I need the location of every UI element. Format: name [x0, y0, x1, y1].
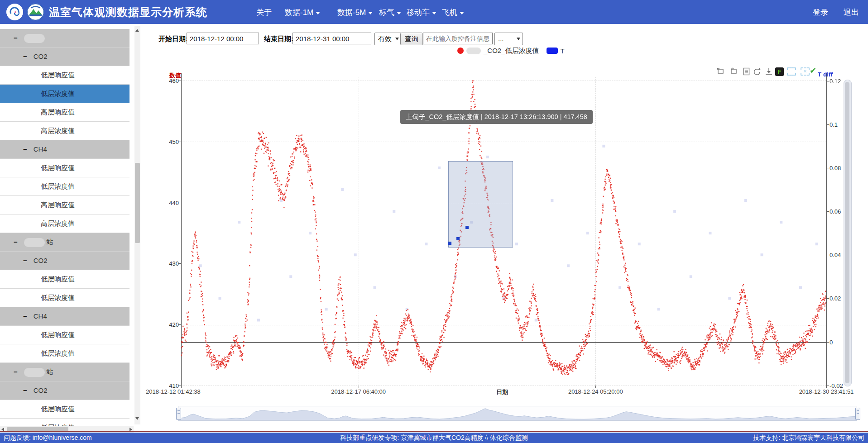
footer-bar: 问题反馈: info@hluniverse.com 科技部重点研发专项: 京津冀…: [0, 433, 868, 443]
brush-selection-rect[interactable]: [448, 161, 513, 248]
chevron-down-icon: [397, 12, 401, 14]
nav-std-gas[interactable]: 标气: [379, 7, 401, 18]
sidebar-item-low-response[interactable]: 低层响应值: [0, 66, 129, 85]
collapse-icon[interactable]: [23, 48, 27, 66]
valid-filter-select[interactable]: 有效: [374, 33, 402, 45]
query-button[interactable]: 查询: [400, 33, 423, 45]
collapse-icon[interactable]: [23, 381, 27, 400]
datazoom-right-handle[interactable]: [855, 408, 860, 420]
cma-logo-icon: [6, 4, 23, 20]
zoom-reset-icon[interactable]: [730, 67, 738, 75]
sidebar-item-high-concentration[interactable]: 高层浓度值: [0, 122, 129, 140]
sidebar-item-low-concentration[interactable]: 低层浓度值: [0, 177, 129, 196]
nav-data-1m[interactable]: 数据-1M: [285, 7, 320, 18]
sidebar-item-low-response[interactable]: 低层响应值: [0, 159, 129, 177]
sidebar-item-high-concentration[interactable]: 高层浓度值: [0, 214, 129, 233]
sidebar-item-co2[interactable]: CO2: [0, 252, 129, 270]
series1-label[interactable]: _CO2_低层浓度值: [484, 47, 539, 55]
collapse-icon[interactable]: [14, 233, 18, 251]
scroll-left-icon[interactable]: [1, 428, 4, 431]
sidebar-item-label: 站: [47, 368, 53, 376]
scroll-up-icon[interactable]: [135, 29, 139, 32]
sidebar-item-low-concentration[interactable]: 低层浓度值: [0, 289, 129, 307]
t-diff-label[interactable]: T diff: [818, 71, 833, 78]
nav-aircraft[interactable]: 飞机: [442, 7, 464, 18]
brush-clear-icon[interactable]: ✕: [801, 67, 810, 76]
sidebar-item-label: CH4: [34, 312, 47, 320]
sidebar-item-station-3[interactable]: 站: [0, 363, 129, 381]
bottom-datazoom-slider[interactable]: [178, 406, 857, 421]
vslider-fill[interactable]: [845, 82, 849, 383]
tick-mark: [826, 342, 829, 343]
data-view-icon[interactable]: [743, 67, 750, 76]
y-axis-left-tick-label: 460: [161, 77, 179, 84]
series2-marker-icon[interactable]: [547, 48, 558, 54]
brush-selected-point[interactable]: [465, 226, 469, 229]
nav-about[interactable]: 关于: [256, 7, 272, 18]
confirm-check-icon[interactable]: ✔: [810, 66, 816, 76]
y-axis-right-tick-label: 0.04: [830, 252, 841, 258]
station-tree-sidebar: CO2 低层响应值 低层浓度值 高层响应值 高层浓度值 CH4 低层响应值 低层…: [0, 24, 129, 426]
sidebar-item-high-response[interactable]: 高层响应值: [0, 103, 129, 122]
collapse-icon[interactable]: [23, 252, 27, 270]
sidebar-item-ch4[interactable]: CH4: [0, 140, 129, 159]
y-axis-right-tick-label: 0.02: [830, 295, 841, 302]
collapse-icon[interactable]: [23, 307, 27, 325]
app-title: 温室气体观测数据显示分析系统: [49, 5, 207, 19]
sidebar-item-low-concentration[interactable]: 低层浓度值: [0, 419, 129, 426]
series1-marker-icon[interactable]: [457, 48, 464, 54]
collapse-icon[interactable]: [23, 140, 27, 158]
sidebar-item-label: CO2: [34, 386, 48, 394]
x-axis-tick-label: 2018-12-17 06:40:00: [322, 388, 395, 395]
brush-selected-point[interactable]: [448, 242, 451, 245]
y-axis-left-tick-label: 440: [161, 200, 179, 206]
collapse-icon[interactable]: [14, 29, 18, 47]
zoom-box-icon[interactable]: [717, 67, 724, 75]
app-root: 温室气体观测数据显示分析系统 关于 数据-1M 数据-5M 标气 移动车 飞机 …: [0, 0, 868, 443]
y-axis-right-tick-label: 0.1: [830, 121, 838, 128]
sidebar-item-ch4[interactable]: CH4: [0, 307, 129, 326]
nav-data-5m[interactable]: 数据-5M: [337, 7, 373, 18]
vertical-datazoom-slider[interactable]: [844, 80, 852, 386]
sidebar-item-low-response[interactable]: 低层响应值: [0, 326, 129, 344]
login-link[interactable]: 登录: [813, 7, 828, 18]
scroll-down-icon[interactable]: [135, 417, 139, 420]
redacted-station-name: [24, 238, 45, 247]
chevron-down-icon: [395, 38, 399, 40]
y-axis-left-tick-label: 420: [161, 321, 179, 328]
footer-support: 技术支持: 北京鸿霖寰宇天科技有限公司: [753, 433, 864, 443]
brush-select-icon[interactable]: [787, 67, 796, 76]
sidebar-item-low-concentration[interactable]: 低层浓度值: [0, 344, 129, 363]
sidebar-item-label: 低层浓度值: [41, 294, 75, 301]
sidebar-scrollbar-thumb[interactable]: [135, 163, 140, 243]
datazoom-left-handle[interactable]: [176, 408, 181, 420]
sidebar-item-low-concentration-selected[interactable]: 低层浓度值: [0, 85, 129, 103]
series2-label[interactable]: T: [561, 47, 565, 55]
chevron-down-icon: [460, 12, 464, 14]
end-date-input[interactable]: [293, 33, 371, 44]
sidebar-item-station-1[interactable]: [0, 29, 129, 48]
extra-select[interactable]: ...: [494, 33, 523, 45]
sidebar-item-label: 低层响应值: [41, 275, 75, 283]
sidebar-item-low-response[interactable]: 低层响应值: [0, 400, 129, 419]
logout-link[interactable]: 退出: [844, 7, 859, 18]
tick-mark: [178, 324, 181, 325]
top-navbar: 温室气体观测数据显示分析系统 关于 数据-1M 数据-5M 标气 移动车 飞机 …: [0, 0, 868, 24]
sidebar-item-station-2[interactable]: 站: [0, 233, 129, 252]
scroll-right-icon[interactable]: [129, 428, 132, 431]
brush-selected-point[interactable]: [456, 237, 460, 240]
sidebar-item-co2[interactable]: CO2: [0, 48, 129, 66]
sidebar-item-co2[interactable]: CO2: [0, 381, 129, 400]
collapse-icon[interactable]: [14, 363, 18, 381]
sidebar-item-label: 高层响应值: [41, 108, 75, 116]
start-date-input[interactable]: [187, 33, 259, 44]
restore-icon[interactable]: [753, 67, 762, 76]
quality-flag-icon[interactable]: F: [775, 67, 784, 76]
sidebar-item-low-response[interactable]: 低层响应值: [0, 270, 129, 289]
sidebar-item-label: 高层响应值: [41, 201, 75, 209]
sidebar-item-high-response[interactable]: 高层响应值: [0, 196, 129, 214]
nav-mobile-vehicle[interactable]: 移动车: [407, 7, 436, 18]
qc-note-input[interactable]: [423, 33, 493, 44]
sidebar-item-label: 高层浓度值: [41, 127, 75, 134]
save-image-icon[interactable]: [765, 67, 772, 76]
